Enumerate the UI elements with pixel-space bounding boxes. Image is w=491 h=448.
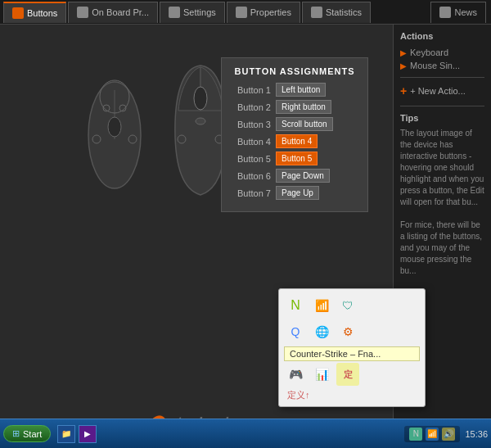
popup-icon-settings2[interactable]: ⚙ [336,320,359,343]
tab-onboard-label: On Board Pr... [92,7,149,17]
mouse-arrow-icon: ▶ [400,61,407,70]
btn-7-label: Button 7 [230,188,271,198]
tab-news-label: News [454,7,477,17]
popup-tooltip: Counter-Strike – Fna... [284,346,420,361]
popup-icon-extra[interactable]: 定 [336,363,359,386]
taskbar-icon-2[interactable]: ▶ [79,425,97,443]
mouse-area: BUTTON ASSIGNMENTS Button 1 Left button … [0,25,393,238]
windows-icon: ⊞ [12,428,20,439]
divider-2 [400,106,484,106]
popup-icons-row-1: N 📶 🛡 [284,294,420,317]
tray-area: N 📶 🔊 [404,426,460,442]
tab-buttons[interactable]: Buttons [3,2,66,23]
btn-1-assign[interactable]: Left button [276,83,326,97]
keyboard-label: Keyboard [410,48,448,57]
keyboard-arrow-icon: ▶ [400,48,407,57]
popup-icon-signal[interactable]: 📶 [310,294,333,317]
btn-4-label: Button 4 [230,137,271,147]
svg-point-3 [108,117,121,137]
tab-properties-label: Properties [250,7,291,17]
assignments-panel: BUTTON ASSIGNMENTS Button 1 Left button … [221,57,368,212]
system-clock: 15:36 [465,429,488,439]
tray-icon-2[interactable]: 📶 [426,428,439,441]
divider-1 [400,77,484,78]
taskbar-icons: 📁 ▶ [57,425,97,443]
tips-text: The layout image of the device has inter… [400,128,484,277]
tab-settings-label: Settings [183,7,216,17]
popup-icons-row-3: 🎮 📊 定 [284,363,420,386]
popup-icon-shield[interactable]: 🛡 [336,294,359,317]
popup-icons-row-2: Q 🌐 ⚙ [284,320,420,343]
popup-icon-nvidia[interactable]: N [284,294,307,317]
btn-2-label: Button 2 [230,102,271,112]
btn-row-3: Button 3 Scroll button [230,117,359,131]
start-button[interactable]: ⊞ Start [3,425,51,442]
tab-onboard[interactable]: On Board Pr... [68,2,158,23]
system-tray-popup: N 📶 🛡 Q 🌐 ⚙ Counter-Strike – Fna... 🎮 📊 … [278,288,426,407]
popup-icon-ie[interactable]: 🌐 [310,320,333,343]
btn-4-assign[interactable]: Button 4 [276,134,318,148]
properties-tab-icon [236,7,247,18]
onboard-tab-icon [77,7,88,18]
tray-icon-1[interactable]: N [409,428,422,441]
tab-statistics[interactable]: Statistics [302,2,371,23]
btn-row-6: Button 6 Page Down [230,169,359,183]
statistics-tab-icon [311,7,322,18]
tray-icon-3[interactable]: 🔊 [442,428,455,441]
tab-statistics-label: Statistics [326,7,362,17]
buttons-tab-icon [12,7,24,19]
taskbar-right: N 📶 🔊 15:36 [404,426,488,442]
tab-news[interactable]: News [430,2,486,23]
assignments-title: BUTTON ASSIGNMENTS [230,66,359,76]
tab-buttons-label: Buttons [27,8,57,18]
popup-icon-qzone[interactable]: Q [284,320,307,343]
tab-settings[interactable]: Settings [160,2,225,23]
taskbar: ⊞ Start 📁 ▶ N 📶 🔊 15:36 [0,419,491,448]
btn-row-5: Button 5 Button 5 [230,152,359,165]
btn-1-label: Button 1 [230,85,271,95]
new-action-button[interactable]: + + New Actio... [400,84,484,97]
btn-row-4: Button 4 Button 4 [230,134,359,148]
btn-6-label: Button 6 [230,171,271,181]
btn-row-2: Button 2 Right button [230,100,359,114]
btn-3-assign[interactable]: Scroll button [276,117,333,131]
start-label: Start [23,429,42,439]
new-action-label: + New Actio... [410,86,466,96]
svg-point-8 [194,87,207,110]
news-tab-icon [439,7,451,18]
popup-icon-chart[interactable]: 📊 [310,363,333,386]
btn-7-assign[interactable]: Page Up [276,186,319,200]
tab-properties[interactable]: Properties [227,2,300,23]
popup-icon-game[interactable]: 🎮 [284,363,307,386]
settings-tab-icon [169,7,180,18]
action-mouse-single[interactable]: ▶ Mouse Sin... [400,61,484,70]
action-keyboard[interactable]: ▶ Keyboard [400,48,484,57]
tab-bar: Buttons On Board Pr... Settings Properti… [0,0,491,25]
mouse-left-view [82,66,147,197]
btn-5-assign[interactable]: Button 5 [276,152,318,165]
plus-icon: + [400,84,407,97]
tips-title: Tips [400,113,484,123]
popup-define-arrow[interactable]: 定义↑ [284,389,420,401]
svg-point-11 [196,118,205,124]
btn-2-assign[interactable]: Right button [276,100,331,114]
actions-title: Actions [400,31,484,41]
taskbar-icon-1[interactable]: 📁 [57,425,75,443]
btn-3-label: Button 3 [230,120,271,129]
btn-6-assign[interactable]: Page Down [276,169,330,183]
btn-row-1: Button 1 Left button [230,83,359,97]
btn-5-label: Button 5 [230,154,271,164]
btn-row-7: Button 7 Page Up [230,186,359,200]
mouse-single-label: Mouse Sin... [410,61,460,70]
